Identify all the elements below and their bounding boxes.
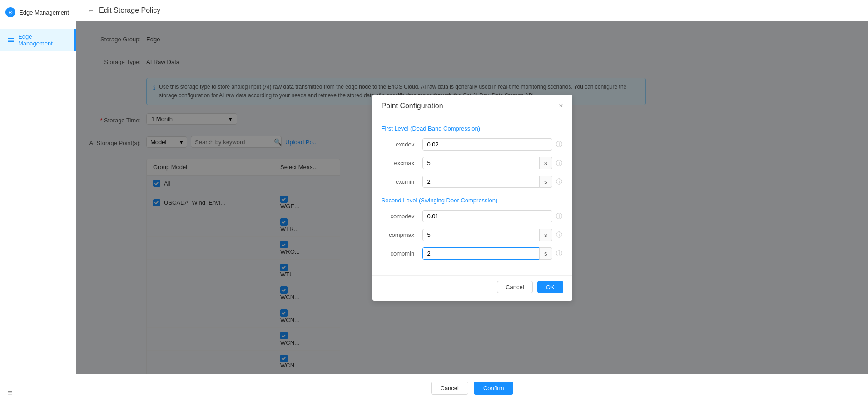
sidebar-logo-text: Edge Management bbox=[19, 9, 69, 16]
second-level-title: Second Level (Swinging Door Compression) bbox=[382, 197, 563, 204]
svg-rect-0 bbox=[8, 38, 14, 39]
compmax-input-wrap: s ⓘ bbox=[422, 229, 563, 241]
logo-icon: ⊙ bbox=[5, 7, 15, 17]
page-footer: Cancel Confirm bbox=[76, 374, 868, 402]
compdev-label: compdev : bbox=[382, 213, 422, 220]
modal-overlay: Point Configuration × First Level (Dead … bbox=[76, 21, 868, 374]
excmin-input-wrap: s ⓘ bbox=[422, 176, 563, 188]
page-header: ← Edit Storage Policy bbox=[76, 0, 868, 21]
excmax-row: excmax : s ⓘ bbox=[382, 157, 563, 169]
excdev-input[interactable] bbox=[422, 138, 552, 151]
page-title: Edit Storage Policy bbox=[99, 6, 160, 15]
excmax-input-wrap: s ⓘ bbox=[422, 157, 563, 169]
page-body: Storage Group: Edge Storage Type: AI Raw… bbox=[76, 21, 868, 374]
sidebar-item-label: Edge Management bbox=[18, 33, 67, 47]
excmin-input[interactable] bbox=[422, 176, 540, 188]
compdev-row: compdev : ⓘ bbox=[382, 210, 563, 222]
excmax-label: excmax : bbox=[382, 160, 422, 166]
svg-rect-1 bbox=[8, 40, 14, 41]
sidebar-footer-icon: ☰ bbox=[7, 390, 13, 397]
sidebar: ⊙ Edge Management Edge Management ☰ bbox=[0, 0, 76, 402]
point-configuration-modal: Point Configuration × First Level (Dead … bbox=[372, 95, 572, 301]
modal-footer: Cancel OK bbox=[372, 275, 572, 301]
modal-close-button[interactable]: × bbox=[559, 102, 563, 110]
modal-ok-button[interactable]: OK bbox=[537, 281, 563, 293]
excmax-info-icon[interactable]: ⓘ bbox=[555, 159, 563, 167]
sidebar-nav: Edge Management bbox=[0, 25, 76, 384]
back-button[interactable]: ← bbox=[87, 6, 94, 15]
excmin-row: excmin : s ⓘ bbox=[382, 176, 563, 188]
compmin-label: compmin : bbox=[382, 250, 422, 257]
excmin-input-suffix-wrap: s bbox=[422, 176, 552, 188]
compmax-suffix: s bbox=[539, 229, 552, 241]
compdev-input-wrap: ⓘ bbox=[422, 210, 563, 222]
excdev-row: excdev : ⓘ bbox=[382, 138, 563, 151]
compmax-label: compmax : bbox=[382, 231, 422, 238]
modal-body: First Level (Dead Band Compression) excd… bbox=[372, 116, 572, 275]
compmax-input[interactable] bbox=[422, 229, 540, 241]
compdev-input[interactable] bbox=[422, 210, 552, 222]
excdev-info-icon[interactable]: ⓘ bbox=[555, 141, 563, 149]
confirm-button[interactable]: Confirm bbox=[474, 382, 514, 395]
cancel-button[interactable]: Cancel bbox=[431, 382, 468, 395]
compmax-input-suffix-wrap: s bbox=[422, 229, 552, 241]
modal-cancel-button[interactable]: Cancel bbox=[497, 281, 532, 293]
svg-rect-2 bbox=[8, 41, 14, 42]
excmin-label: excmin : bbox=[382, 178, 422, 185]
compmin-input-suffix-wrap: s bbox=[422, 247, 552, 260]
compmax-row: compmax : s ⓘ bbox=[382, 229, 563, 241]
excmax-input[interactable] bbox=[422, 157, 540, 169]
sidebar-logo: ⊙ Edge Management bbox=[0, 0, 76, 25]
sidebar-footer[interactable]: ☰ bbox=[0, 384, 76, 402]
compmin-input-wrap: s ⓘ bbox=[422, 247, 563, 260]
compmin-input[interactable] bbox=[422, 247, 540, 260]
excmax-suffix: s bbox=[539, 157, 552, 169]
edge-management-icon bbox=[7, 36, 15, 44]
first-level-title: First Level (Dead Band Compression) bbox=[382, 125, 563, 132]
compdev-info-icon[interactable]: ⓘ bbox=[555, 212, 563, 221]
main-content: ← Edit Storage Policy Storage Group: Edg… bbox=[76, 0, 868, 402]
modal-header: Point Configuration × bbox=[372, 95, 572, 116]
excmax-input-suffix-wrap: s bbox=[422, 157, 552, 169]
compmax-info-icon[interactable]: ⓘ bbox=[555, 231, 563, 239]
compmin-info-icon[interactable]: ⓘ bbox=[555, 250, 563, 258]
sidebar-item-edge-management[interactable]: Edge Management bbox=[0, 29, 76, 51]
excdev-input-wrap: ⓘ bbox=[422, 138, 563, 151]
excdev-label: excdev : bbox=[382, 141, 422, 148]
excmin-info-icon[interactable]: ⓘ bbox=[555, 178, 563, 186]
excmin-suffix: s bbox=[539, 176, 552, 188]
compmin-suffix: s bbox=[539, 247, 552, 260]
compmin-row: compmin : s ⓘ bbox=[382, 247, 563, 260]
modal-title: Point Configuration bbox=[382, 102, 443, 110]
